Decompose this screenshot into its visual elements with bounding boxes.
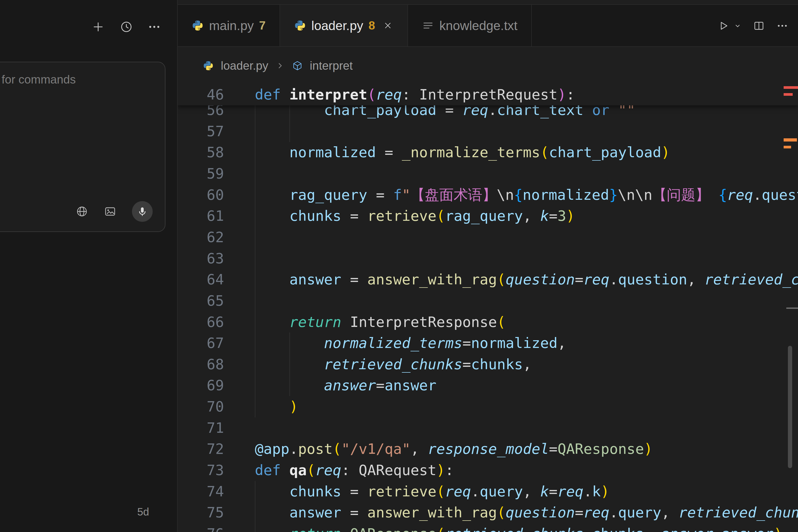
breadcrumb-file[interactable]: loader.py — [221, 59, 268, 72]
python-file-icon — [203, 60, 214, 71]
line-number: 64 — [178, 269, 224, 290]
clock-icon — [119, 20, 133, 34]
code-line[interactable]: 76 return QAResponse(retrieved_chunks=ch… — [178, 523, 798, 532]
tab-problems-badge: 8 — [368, 19, 375, 32]
line-number: 60 — [178, 184, 224, 206]
tab-close-button[interactable] — [382, 20, 394, 32]
editor-actions — [717, 5, 788, 47]
indent-guide — [255, 248, 255, 269]
minimap-divider — [786, 307, 798, 309]
globe-icon — [76, 205, 88, 218]
image-icon — [104, 205, 116, 218]
tab-label: main.py — [209, 18, 254, 33]
tab-knowledge-txt[interactable]: knowledge.txt — [408, 5, 532, 46]
code-line[interactable]: 59 — [178, 163, 798, 184]
indent-guide — [289, 121, 290, 142]
line-number: 76 — [178, 523, 224, 532]
code-line[interactable]: 70 ) — [178, 396, 798, 417]
minimap-mark — [784, 93, 793, 96]
breadcrumb-symbol[interactable]: interpret — [310, 59, 353, 72]
line-number: 69 — [178, 375, 224, 396]
line-number: 71 — [178, 417, 224, 439]
line-number: 67 — [178, 332, 224, 354]
line-number: 58 — [178, 142, 224, 163]
tab-main-py[interactable]: main.py7 — [178, 5, 280, 46]
line-number: 75 — [178, 502, 224, 523]
line-number: 74 — [178, 481, 224, 502]
minimap-mark — [784, 86, 798, 89]
line-number: 70 — [178, 396, 224, 417]
code-line[interactable]: 67 normalized_terms=normalized, — [178, 332, 798, 354]
code-editor-window: for commands 5d main.py7loader.py8knowle… — [0, 0, 798, 532]
chat-sidebar: for commands 5d — [0, 0, 177, 532]
new-chat-button[interactable] — [90, 19, 107, 35]
code-text: def interpret(req: InterpretRequest): — [255, 84, 575, 105]
minimap-mark — [784, 138, 797, 141]
code-text: ) — [255, 396, 298, 417]
line-number: 68 — [178, 354, 224, 375]
text-file-icon — [422, 19, 434, 32]
code-line[interactable]: 75 answer = answer_with_rag(question=req… — [178, 502, 798, 523]
globe-button[interactable] — [76, 205, 88, 218]
indent-guide — [255, 121, 255, 142]
microphone-icon — [136, 206, 148, 217]
tab-list: main.py7loader.py8knowledge.txt — [178, 5, 532, 46]
scrollbar-thumb[interactable] — [788, 346, 792, 468]
sticky-scroll-line[interactable]: 46def interpret(req: InterpretRequest): — [178, 84, 798, 105]
history-button[interactable] — [118, 19, 135, 35]
indent-guide — [255, 163, 255, 184]
code-line[interactable]: 72@app.post("/v1/qa", response_model=QAR… — [178, 438, 798, 460]
code-line[interactable]: 57 — [178, 121, 798, 142]
code-text: chunks = retrieve(rag_query, k=3) — [255, 205, 575, 227]
code-line[interactable]: 62 — [178, 227, 798, 248]
python-file-icon — [191, 19, 204, 32]
chevron-right-icon — [275, 61, 285, 71]
editor-more-button[interactable] — [776, 20, 788, 32]
microphone-button[interactable] — [132, 201, 153, 222]
line-number: 65 — [178, 290, 224, 311]
code-text: answer = answer_with_rag(question=req.qu… — [255, 502, 798, 523]
code-text: @app.post("/v1/qa", response_model=QARes… — [255, 438, 653, 460]
indent-guide — [255, 227, 255, 248]
line-number: 63 — [178, 248, 224, 269]
line-number: 73 — [178, 460, 224, 481]
python-file-icon — [294, 19, 306, 32]
code-line[interactable]: 63 — [178, 248, 798, 269]
code-line[interactable]: 64 answer = answer_with_rag(question=req… — [178, 269, 798, 290]
indent-guide — [255, 290, 255, 311]
panel-more-button[interactable] — [146, 19, 163, 35]
tab-label: knowledge.txt — [439, 18, 518, 33]
line-number: 46 — [178, 84, 224, 105]
chat-input-box[interactable]: for commands — [0, 62, 166, 232]
code-line[interactable]: 66 return InterpretResponse( — [178, 311, 798, 333]
code-line[interactable]: 58 normalized = _normalize_terms(chart_p… — [178, 142, 798, 163]
code-text: answer = answer_with_rag(question=req.qu… — [255, 269, 798, 290]
chevron-down-icon — [734, 22, 742, 30]
code-line[interactable]: 60 rag_query = f"【盘面术语】\n{normalized}\n\… — [178, 184, 798, 206]
line-number: 57 — [178, 121, 224, 142]
editor-tab-bar: main.py7loader.py8knowledge.txt — [178, 5, 798, 47]
play-icon — [717, 20, 729, 32]
run-dropdown-button[interactable] — [734, 22, 742, 30]
plus-icon — [91, 20, 105, 34]
code-line[interactable]: 68 retrieved_chunks=chunks, — [178, 354, 798, 375]
attach-image-button[interactable] — [104, 205, 116, 218]
code-line[interactable]: 69 answer=answer — [178, 375, 798, 396]
code-line[interactable]: 71 — [178, 417, 798, 439]
breadcrumb: loader.py interpret — [178, 48, 798, 84]
code-text: def qa(req: QARequest): — [255, 460, 454, 481]
line-number: 66 — [178, 311, 224, 333]
run-button[interactable] — [717, 20, 729, 32]
code-editor[interactable]: 56 chart_payload = req.chart_text or ""5… — [178, 84, 798, 532]
code-text: retrieved_chunks=chunks, — [255, 354, 531, 375]
split-editor-button[interactable] — [753, 20, 765, 32]
code-line[interactable]: 61 chunks = retrieve(rag_query, k=3) — [178, 205, 798, 227]
chat-history-timestamp: 5d — [137, 506, 149, 518]
code-line[interactable]: 73def qa(req: QARequest): — [178, 460, 798, 481]
code-text: chunks = retrieve(req.query, k=req.k) — [255, 481, 609, 502]
line-number: 61 — [178, 205, 224, 227]
code-line[interactable]: 74 chunks = retrieve(req.query, k=req.k) — [178, 481, 798, 502]
tab-loader-py[interactable]: loader.py8 — [280, 5, 408, 46]
ellipsis-icon — [147, 20, 161, 34]
code-line[interactable]: 65 — [178, 290, 798, 311]
